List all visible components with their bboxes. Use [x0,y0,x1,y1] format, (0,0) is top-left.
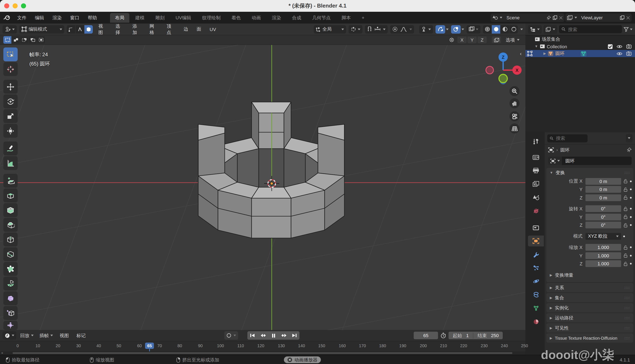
tab-modifiers[interactable] [528,249,544,260]
mirror-z-button[interactable]: Z [478,36,487,43]
current-frame-field[interactable]: 65 [414,332,438,339]
timeline-editor-type-button[interactable] [2,331,16,340]
camera-view-button[interactable] [510,111,520,121]
lock-open-icon[interactable] [623,179,628,184]
camera-visibility-icon[interactable] [626,44,632,49]
panel-grip-icon[interactable]: :::: [624,316,630,320]
xray-icon[interactable] [469,26,474,32]
wireframe-shading-button[interactable] [483,25,491,34]
menu-edit[interactable]: 编辑 [31,13,48,22]
tab-tool[interactable] [528,136,544,146]
lock-open-icon[interactable] [623,206,628,211]
pin-icon[interactable] [626,147,632,152]
outliner-row-collection[interactable]: ▼ Collection [526,43,635,50]
panel-grip-icon[interactable]: :::: [624,286,630,290]
outliner-display-mode[interactable] [528,25,542,34]
blender-logo-icon[interactable] [3,15,11,20]
collapse-sidebar-icon[interactable]: ‹ [520,51,522,57]
jump-to-start-button[interactable] [247,331,258,340]
properties-search-input[interactable] [555,135,585,141]
collection-label[interactable]: Collection [547,44,567,49]
tool-edge-slide[interactable] [3,306,18,320]
proportional-edit-icon[interactable] [392,26,398,32]
mirror-y-button[interactable]: Y [468,36,477,43]
animate-dot[interactable] [630,180,632,182]
face-select-button[interactable] [84,25,93,34]
tab-output[interactable] [528,165,544,176]
tab-object[interactable] [528,236,544,246]
zoom-view-button[interactable] [510,86,520,96]
tool-select-box[interactable] [3,48,18,61]
tab-world[interactable] [528,205,544,216]
timeline-marker-menu[interactable]: 标记 [74,331,88,340]
tool-annotate[interactable] [3,142,18,155]
jump-to-end-button[interactable] [289,331,300,340]
correct-face-attributes-button[interactable] [492,36,501,43]
tab-constraints[interactable] [528,289,544,300]
select-extend-button[interactable] [12,36,20,44]
scale-y-field[interactable]: 1.000 [586,252,621,259]
select-intersect-button[interactable] [37,36,45,44]
scene-collection-label[interactable]: 场景集合 [542,36,560,42]
checkbox-icon[interactable] [608,44,613,49]
select-subtract-button[interactable] [20,36,28,44]
tab-layout[interactable]: 布局 [110,13,129,22]
tool-poly-build[interactable] [3,262,18,276]
rotation-z-field[interactable]: 0° [586,222,621,228]
menu-uv[interactable]: UV [207,26,219,33]
tab-scene[interactable] [528,192,544,203]
lock-open-icon[interactable] [623,196,628,200]
object-id-icon-button[interactable] [548,156,562,165]
section-collections[interactable]: ▶集合:::: [546,293,633,302]
expand-arrows-icon[interactable]: » [1,352,3,354]
menu-mesh[interactable]: 网格 [146,22,161,37]
eye-icon[interactable] [616,44,622,48]
edge-select-button[interactable] [76,25,84,34]
scale-x-field[interactable]: 1.000 [586,244,621,251]
animate-dot[interactable] [630,216,632,218]
lock-open-icon[interactable] [623,187,628,192]
playhead[interactable]: 65 [145,342,154,349]
snap-magnet-icon[interactable] [367,26,372,32]
show-overlays-button[interactable] [451,25,461,34]
viewlayer-selector[interactable]: ViewLayer [565,14,632,22]
tab-modeling[interactable]: 建模 [130,13,150,22]
tab-texture-paint[interactable]: 纹理绘制 [197,13,226,22]
pan-view-button[interactable] [510,98,520,108]
animate-dot[interactable] [630,255,632,256]
tool-options-dropdown[interactable]: 选项 [506,37,522,43]
tool-measure[interactable] [3,156,18,170]
properties-search[interactable] [547,134,587,142]
tool-extrude-region[interactable] [3,188,18,202]
lock-open-icon[interactable] [623,223,628,228]
transform-delta-label[interactable]: 变换增量 [555,272,573,278]
menu-add[interactable]: 添加 [130,22,144,37]
scene-selector[interactable]: Scene [490,14,564,22]
scale-z-field[interactable]: 1.000 [586,260,621,267]
location-z-field[interactable]: 0 m [586,194,621,201]
snap-settings-icon[interactable] [374,27,380,32]
remove-viewlayer-icon[interactable] [626,16,630,20]
timeline-scrollbar[interactable]: » [0,352,526,355]
tab-view-layer[interactable] [528,178,544,189]
eye-icon[interactable] [616,52,622,56]
location-x-field[interactable]: 0 m [586,178,621,185]
tool-smooth[interactable] [3,291,18,305]
panel-grip-icon[interactable]: :::: [624,336,630,340]
section-tissue[interactable]: ▶Tissue Texture Reaction-Diffusion:::: [546,333,633,342]
outliner-search-input[interactable] [567,26,620,32]
tool-scale[interactable] [3,109,18,123]
viewlayer-name[interactable]: ViewLayer [579,15,618,20]
tab-animation[interactable]: 动画 [247,13,266,22]
panel-grip-icon[interactable]: :::: [624,326,630,330]
falloff-curve-icon[interactable] [400,27,407,32]
playback-menu[interactable]: 回放 [18,331,36,340]
tool-move[interactable] [3,80,18,94]
stop-icon[interactable] [287,357,292,362]
panel-grip-icon[interactable]: :::: [624,296,630,300]
tool-add-cube[interactable] [3,174,18,188]
new-scene-icon[interactable] [553,15,557,20]
timeline-ruler[interactable]: 0 10 20 30 40 50 60 70 80 90 100 110 120… [0,341,526,352]
location-y-field[interactable]: 0 m [586,186,621,193]
menu-window[interactable]: 窗口 [66,13,83,22]
